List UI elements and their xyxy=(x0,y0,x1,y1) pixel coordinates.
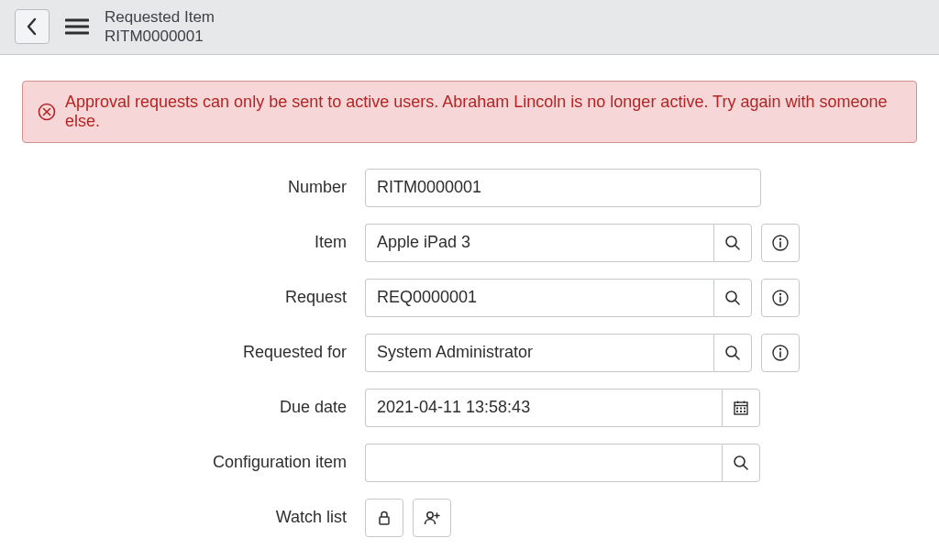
request-row: Request xyxy=(22,279,847,317)
requested-for-label: Requested for xyxy=(22,343,352,362)
search-icon xyxy=(724,235,741,251)
requested-for-row: Requested for xyxy=(22,334,847,372)
configuration-item-input[interactable] xyxy=(365,444,722,482)
due-date-label: Due date xyxy=(22,398,352,417)
item-info-button[interactable] xyxy=(761,224,800,262)
number-label: Number xyxy=(22,178,352,197)
svg-point-34 xyxy=(427,511,433,517)
form: Number Item xyxy=(22,169,847,537)
svg-rect-30 xyxy=(744,411,746,412)
lock-icon xyxy=(377,510,392,526)
calendar-icon xyxy=(733,400,749,416)
watch-list-label: Watch list xyxy=(22,508,352,527)
request-input[interactable] xyxy=(365,279,713,317)
info-icon xyxy=(771,289,790,307)
back-button[interactable] xyxy=(15,9,50,44)
add-user-icon xyxy=(423,510,441,526)
svg-line-32 xyxy=(744,465,747,468)
configuration-item-lookup-button[interactable] xyxy=(722,444,760,482)
page-title: Requested Item xyxy=(105,7,215,27)
svg-rect-25 xyxy=(736,407,738,409)
item-lookup-button[interactable] xyxy=(713,224,752,262)
configuration-item-row: Configuration item xyxy=(22,444,847,482)
due-date-input[interactable] xyxy=(365,389,722,427)
watch-list-add-user-button[interactable] xyxy=(413,499,451,537)
info-icon xyxy=(771,234,790,252)
context-menu-button[interactable] xyxy=(62,12,92,41)
svg-rect-28 xyxy=(736,411,738,412)
watch-list-lock-button[interactable] xyxy=(365,499,403,537)
header-titles: Requested Item RITM0000001 xyxy=(105,7,215,47)
chevron-left-icon xyxy=(26,17,39,36)
page-header: Requested Item RITM0000001 xyxy=(0,0,939,55)
svg-rect-26 xyxy=(740,407,742,409)
number-row: Number xyxy=(22,169,847,207)
due-date-row: Due date xyxy=(22,389,847,427)
svg-line-17 xyxy=(735,355,739,358)
svg-point-14 xyxy=(779,292,781,294)
svg-point-9 xyxy=(779,237,781,239)
requested-for-info-button[interactable] xyxy=(761,334,800,372)
content-area: Approval requests can only be sent to ac… xyxy=(0,55,939,561)
svg-line-7 xyxy=(735,245,739,248)
search-icon xyxy=(733,455,749,471)
requested-for-lookup-button[interactable] xyxy=(713,334,752,372)
svg-line-12 xyxy=(735,300,739,303)
error-alert: Approval requests can only be sent to ac… xyxy=(22,81,917,143)
request-label: Request xyxy=(22,288,352,307)
alert-text: Approval requests can only be sent to ac… xyxy=(65,93,901,131)
item-input[interactable] xyxy=(365,224,713,262)
svg-rect-27 xyxy=(744,407,746,409)
watch-list-row: Watch list xyxy=(22,499,847,537)
svg-rect-29 xyxy=(740,411,742,412)
error-icon xyxy=(38,103,56,121)
search-icon xyxy=(724,345,741,361)
due-date-picker-button[interactable] xyxy=(722,389,760,427)
requested-for-input[interactable] xyxy=(365,334,713,372)
number-input[interactable] xyxy=(365,169,761,207)
configuration-item-label: Configuration item xyxy=(22,453,352,472)
menu-icon xyxy=(65,17,89,36)
info-icon xyxy=(771,344,790,362)
search-icon xyxy=(724,290,741,306)
record-id: RITM0000001 xyxy=(105,27,215,46)
svg-rect-33 xyxy=(380,517,389,524)
item-label: Item xyxy=(22,233,352,252)
request-info-button[interactable] xyxy=(761,279,800,317)
item-row: Item xyxy=(22,224,847,262)
request-lookup-button[interactable] xyxy=(713,279,752,317)
svg-point-19 xyxy=(779,347,781,349)
